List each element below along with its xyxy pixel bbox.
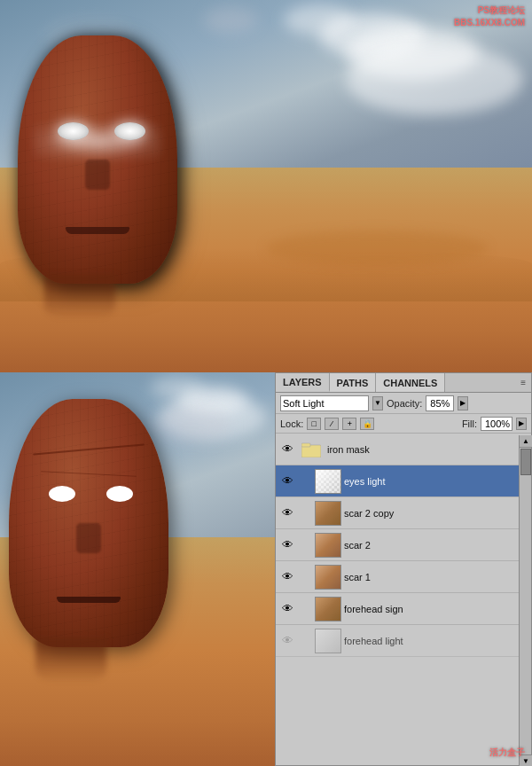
layer-thumb-scar2-copy [315, 501, 341, 526]
layer-thumb-forehead-sign [315, 597, 341, 621]
cloud-2 [284, 4, 355, 35]
bottom-image-area [0, 372, 275, 766]
mask-eye-bottom-left [49, 486, 75, 502]
fill-label: Fill: [462, 418, 477, 429]
layers-panel: LAYERS PATHS CHANNELS ≡ Soft Light ▼ Opa… [275, 372, 532, 766]
mask-eye-left [58, 122, 89, 140]
lock-row: Lock: □ ∕ + 🔒 Fill: 100% ▶ [276, 414, 531, 434]
opacity-arrow[interactable]: ▶ [458, 396, 468, 410]
layer-item-scar2-copy[interactable]: 👁 scar 2 copy [276, 497, 531, 529]
lock-paint-btn[interactable]: ∕ [325, 418, 339, 430]
lock-move-btn[interactable]: + [342, 418, 356, 430]
layer-visibility-scar2[interactable]: 👁 [279, 537, 295, 553]
layer-name-scar1: scar 1 [344, 572, 528, 582]
layer-visibility-scar2-copy[interactable]: 👁 [279, 505, 295, 521]
layer-name-eyes-light: eyes light [344, 476, 528, 487]
layers-scrollbar[interactable]: ▲ ▼ [519, 435, 531, 766]
layer-name-scar2-copy: scar 2 copy [344, 508, 528, 519]
layers-list: 👁 iron mask 👁 eyes light [276, 434, 531, 765]
mask-figure-top [18, 35, 195, 319]
layer-thumb-scar1 [315, 565, 341, 590]
panel-tabs-header: LAYERS PATHS CHANNELS ≡ [276, 373, 531, 393]
mask-nose [85, 160, 111, 190]
blend-mode-select[interactable]: Soft Light [280, 395, 369, 411]
tab-layers[interactable]: LAYERS [276, 373, 330, 392]
mask-mouth-bottom [57, 597, 121, 603]
layer-item-scar2[interactable]: 👁 scar 2 [276, 529, 531, 561]
mask-mouth [66, 227, 129, 234]
layer-name-iron-mask: iron mask [327, 444, 528, 455]
layer-item-eyes-light[interactable]: 👁 eyes light [276, 465, 531, 497]
watermark-bottom: 活力盒子 [489, 746, 525, 759]
cloud-5 [346, 44, 523, 115]
bottom-section: LAYERS PATHS CHANNELS ≡ Soft Light ▼ Opa… [0, 372, 532, 766]
blend-mode-arrow[interactable]: ▼ [372, 396, 383, 410]
layer-visibility-forehead-sign[interactable]: 👁 [279, 601, 295, 617]
cloud-4 [204, 7, 257, 34]
layer-item-forehead-sign[interactable]: 👁 forehead sign [276, 593, 531, 625]
svg-rect-1 [301, 443, 310, 447]
blend-mode-row: Soft Light ▼ Opacity: 85% ▶ [276, 393, 531, 414]
layer-visibility-forehead-light[interactable]: 👁 [279, 633, 295, 649]
tab-channels[interactable]: CHANNELS [376, 373, 445, 392]
lock-label: Lock: [280, 418, 303, 429]
layer-name-scar2: scar 2 [344, 540, 528, 551]
mask-body-bottom [9, 399, 168, 647]
sand-dune-2 [266, 231, 488, 266]
layer-thumb-eyes-light [315, 469, 341, 494]
opacity-label: Opacity: [387, 398, 422, 409]
layer-visibility-scar1[interactable]: 👁 [279, 569, 295, 585]
layer-visibility-iron-mask[interactable]: 👁 [279, 442, 295, 457]
mask-eye-right [114, 122, 145, 140]
layer-name-forehead-sign: forehead sign [344, 604, 528, 614]
layer-visibility-eyes-light[interactable]: 👁 [279, 473, 295, 489]
layer-thumb-forehead-light [315, 629, 341, 653]
scroll-thumb[interactable] [520, 449, 531, 475]
layer-item-forehead-light[interactable]: 👁 forehead light [276, 625, 531, 657]
layer-folder-icon [298, 437, 325, 462]
mask-body-top [18, 35, 177, 284]
tab-paths[interactable]: PATHS [330, 373, 377, 392]
layer-item-iron-mask[interactable]: 👁 iron mask [276, 434, 531, 465]
mask-figure-bottom [9, 399, 186, 692]
bottom-cloud-3 [151, 377, 204, 399]
opacity-value[interactable]: 85% [426, 395, 454, 411]
panel-menu-button[interactable]: ≡ [515, 376, 531, 389]
lock-all-btn[interactable]: 🔒 [360, 418, 374, 430]
layer-name-forehead-light: forehead light [344, 636, 528, 646]
mask-neck [44, 275, 115, 319]
layer-item-scar1[interactable]: 👁 scar 1 [276, 561, 531, 593]
scroll-arrow-up[interactable]: ▲ [520, 435, 532, 448]
fill-arrow[interactable]: ▶ [516, 418, 527, 430]
top-image-canvas: PS教程论坛 BBS.16XX8.COM [0, 0, 532, 372]
lock-transparent-btn[interactable]: □ [307, 418, 321, 430]
watermark-top: PS教程论坛 BBS.16XX8.COM [454, 4, 525, 29]
layer-thumb-scar2 [315, 533, 341, 558]
fill-value[interactable]: 100% [481, 417, 512, 431]
mask-neck-bottom [35, 638, 106, 683]
mask-nose-bottom [76, 523, 102, 553]
